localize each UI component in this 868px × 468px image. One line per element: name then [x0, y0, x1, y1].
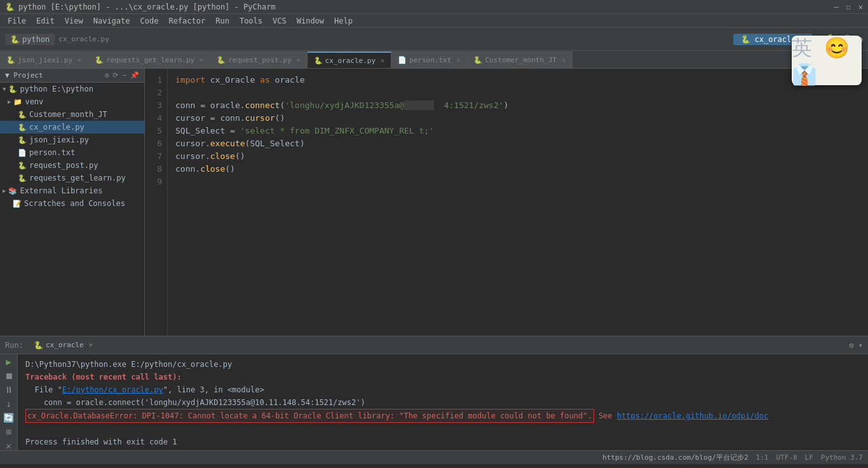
- scratch-icon: 📝: [13, 200, 22, 208]
- run-tab[interactable]: 🐍 cx_oracle ×: [34, 341, 93, 350]
- tab-icon: 🐍: [314, 57, 323, 65]
- tree-label: person.txt: [29, 148, 75, 157]
- menu-item-tools[interactable]: Tools: [234, 14, 268, 28]
- run-scroll-button[interactable]: ↓: [1, 399, 17, 409]
- output-line-1: D:\Python37\python.exe E:/python/cx_orac…: [25, 358, 860, 371]
- run-play-button[interactable]: ▶: [1, 357, 17, 367]
- gear-icon: ⚙ ▾: [849, 341, 863, 350]
- run-label: Run:: [5, 341, 24, 350]
- python-badge: 🐍 python: [5, 34, 55, 45]
- close-button[interactable]: ✕: [858, 3, 863, 11]
- menu-item-code[interactable]: Code: [135, 14, 164, 28]
- arrow-icon: ▶: [3, 188, 6, 194]
- tab-json-jiexi[interactable]: 🐍 json_jiexi.py ×: [0, 52, 88, 68]
- code-content[interactable]: import cx_Oracle as oracle conn = oracle…: [168, 69, 868, 336]
- menu-item-vcs[interactable]: VCS: [268, 14, 292, 28]
- run-sidebar: ▶ ⏹ ⏸ ↓ 🔄 ⊞ ✕: [0, 354, 18, 450]
- python-folder-icon: 🐍: [8, 85, 17, 93]
- minimize-button[interactable]: —: [834, 3, 838, 11]
- menu-item-view[interactable]: View: [60, 14, 88, 28]
- line-num: 7: [145, 150, 162, 163]
- output-line-6: Process finished with exit code 1: [25, 436, 860, 448]
- code-line-9: [175, 176, 860, 188]
- tab-close-icon[interactable]: ×: [297, 57, 301, 64]
- python-label: python: [22, 35, 50, 44]
- menu-item-file[interactable]: File: [3, 14, 31, 28]
- status-right: https://blog.csda.com/blog/平台记步2 1:1 UTF…: [602, 453, 863, 462]
- sync-icon[interactable]: ⟳: [112, 71, 118, 79]
- menu-item-edit[interactable]: Edit: [31, 14, 60, 28]
- menu-item-help[interactable]: Help: [329, 14, 358, 28]
- tree-label: Scratches and Consoles: [24, 199, 125, 208]
- tree-item-scratches[interactable]: 📝 Scratches and Consoles: [0, 197, 144, 210]
- tab-label: json_jiexi.py: [18, 56, 72, 64]
- python-icon: 🐍: [10, 35, 20, 44]
- run-settings-button[interactable]: ⚙ ▾: [849, 341, 863, 350]
- tree-item-json-jiexi[interactable]: 🐍 json_jiexi.py: [0, 134, 144, 146]
- tree-item-external-libraries[interactable]: ▶ 📚 External Libraries: [0, 184, 144, 197]
- run-tab-icon: 🐍: [34, 341, 43, 350]
- output-line-4: conn = oracle.connect('longhu/xydjAJKD12…: [25, 396, 860, 409]
- code-line-1: import cx_Oracle as oracle: [175, 74, 860, 86]
- current-file-label: cx_oracle.py: [58, 35, 109, 43]
- output-line-2: Traceback (most recent call last):: [25, 371, 860, 383]
- line-num: 3: [145, 99, 162, 112]
- tab-cx-oracle[interactable]: 🐍 cx_oracle.py ×: [308, 52, 392, 68]
- tab-close-icon[interactable]: ×: [562, 57, 566, 64]
- menu-item-refactor[interactable]: Refactor: [163, 14, 210, 28]
- notification-popup[interactable]: 英 😊 👔: [792, 36, 862, 85]
- run-pause-button[interactable]: ⏸: [1, 385, 17, 395]
- status-url: https://blog.csda.com/blog/平台记步2: [602, 453, 748, 462]
- tab-icon: 🐍: [95, 56, 104, 64]
- encoding-indicator[interactable]: UTF-8: [776, 453, 797, 462]
- tree-item-person[interactable]: 📄 person.txt: [0, 146, 144, 159]
- maximize-button[interactable]: ☐: [846, 3, 851, 11]
- run-filter-button[interactable]: ⊞: [1, 427, 17, 437]
- file-link[interactable]: E:/python/cx_oracle.py: [62, 385, 163, 394]
- settings-icon[interactable]: ⚙: [105, 71, 109, 79]
- line-num: 8: [145, 163, 162, 176]
- tree-item-request-post[interactable]: 🐍 request_post.py: [0, 159, 144, 172]
- tab-close-icon[interactable]: ×: [456, 57, 460, 64]
- window-title: 🐍 python [E:\python] - ...\cx_oracle.py …: [5, 3, 276, 11]
- tab-close-icon[interactable]: ×: [381, 57, 384, 64]
- tree-item-python-root[interactable]: ▼ 🐍 python E:\python: [0, 83, 144, 95]
- run-tab-close-button[interactable]: ×: [89, 341, 93, 349]
- tree-item-requests-get-learn[interactable]: 🐍 requests_get_learn.py: [0, 172, 144, 184]
- pin-icon[interactable]: 📌: [130, 71, 139, 79]
- menu-item-navigate[interactable]: Navigate: [88, 14, 135, 28]
- tree-item-customer-month[interactable]: 🐍 Customer_month_JT: [0, 108, 144, 121]
- output-line-3: File "E:/python/cx_oracle.py", line 3, i…: [25, 383, 860, 396]
- tab-request-post[interactable]: 🐍 request_post.py ×: [210, 52, 307, 68]
- window-controls[interactable]: — ☐ ✕: [834, 3, 863, 11]
- run-stop-button[interactable]: ⏹: [1, 371, 17, 381]
- line-num: 2: [145, 86, 162, 99]
- python-version-indicator[interactable]: Python 3.7: [821, 453, 863, 462]
- run-rerun-button[interactable]: 🔄: [1, 413, 17, 423]
- py-file-icon: 🐍: [18, 162, 27, 170]
- tree-item-cx-oracle[interactable]: 🐍 cx_oracle.py: [0, 121, 144, 134]
- line-ending-indicator[interactable]: LF: [805, 453, 813, 462]
- collapse-icon[interactable]: −: [122, 71, 126, 79]
- tab-close-icon[interactable]: ×: [200, 57, 203, 64]
- tree-label: venv: [25, 97, 43, 106]
- code-line-2: [175, 86, 860, 99]
- line-col-indicator[interactable]: 1:1: [756, 453, 769, 462]
- tree-item-venv[interactable]: ▶ 📁 venv: [0, 95, 144, 108]
- tab-customer-month[interactable]: 🐍 Customer_month_JT ×: [467, 52, 573, 68]
- tab-icon: 🐍: [6, 56, 15, 64]
- line-num: 4: [145, 112, 162, 125]
- py-file-icon: 🐍: [18, 123, 27, 132]
- toolbar: 🐍 python cx_oracle.py 🐍 cx_oracle ▾ ▶ 🐛 …: [0, 28, 868, 51]
- run-close-button[interactable]: ✕: [1, 441, 17, 450]
- tab-person-txt[interactable]: 📄 person.txt ×: [391, 52, 467, 68]
- menu-item-run[interactable]: Run: [210, 14, 234, 28]
- tab-close-icon[interactable]: ×: [78, 57, 81, 64]
- error-message: cx_Oracle.DatabaseError: DPI-1047: Canno…: [25, 409, 594, 423]
- run-config-label: cx_oracle: [754, 35, 796, 44]
- doc-url-link[interactable]: https://oracle.github.io/odpi/doc: [617, 411, 768, 420]
- run-tab-text: cx_oracle: [46, 341, 84, 349]
- menu-item-window[interactable]: Window: [292, 14, 329, 28]
- tab-requests-get-learn[interactable]: 🐍 requests_get_learn.py ×: [88, 52, 210, 68]
- tree-label: Customer_month_JT: [29, 110, 107, 119]
